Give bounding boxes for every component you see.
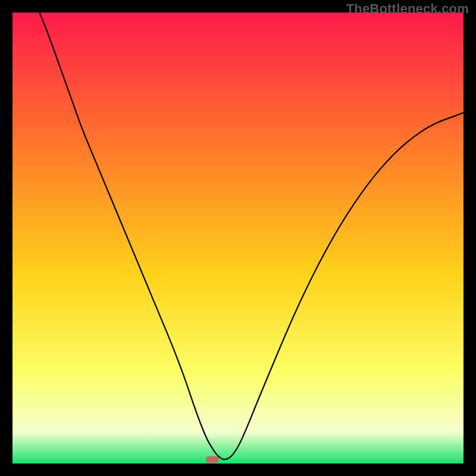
watermark-text: TheBottleneck.com bbox=[346, 1, 469, 17]
gradient-background bbox=[12, 12, 464, 464]
optimal-marker bbox=[206, 456, 219, 463]
chart-svg bbox=[12, 12, 464, 464]
chart-frame: TheBottleneck.com bbox=[0, 0, 476, 476]
plot-area bbox=[12, 12, 464, 464]
